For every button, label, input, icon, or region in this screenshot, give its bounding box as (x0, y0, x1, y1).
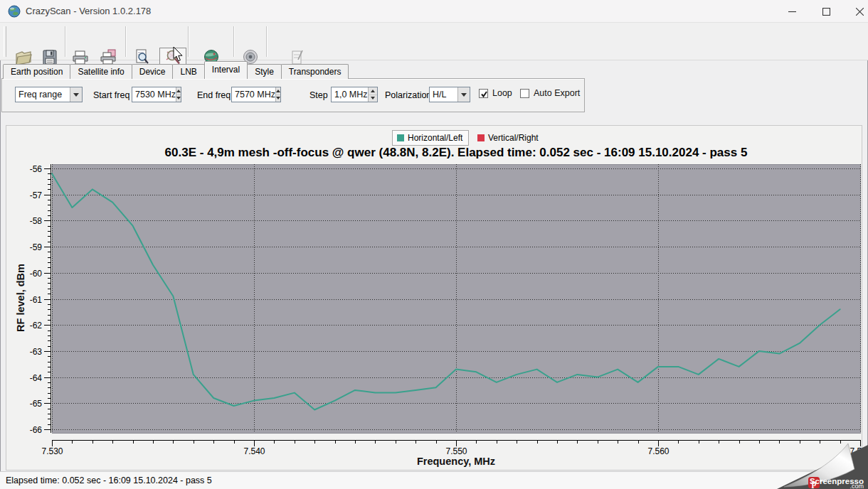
svg-text:7.560: 7.560 (647, 446, 669, 456)
loop-checkbox-box[interactable] (479, 89, 488, 98)
tab-style[interactable]: Style (247, 64, 282, 79)
step-label: Step (309, 90, 328, 100)
interval-panel: Freq range Start freq 7530 MHz End freq … (1, 78, 585, 112)
polarization-value: H/L (430, 90, 457, 100)
chevron-down-icon (276, 97, 280, 100)
tab-transponders[interactable]: Transponders (281, 64, 349, 79)
tab-earth-position[interactable]: Earth position (3, 64, 70, 79)
svg-text:-66: -66 (30, 425, 43, 435)
svg-text:.com: .com (850, 483, 864, 489)
svg-text:-59: -59 (30, 242, 43, 252)
page-curl-icon: p Screenpresso .com (774, 444, 868, 489)
chevron-up-icon (276, 90, 280, 92)
loop-checkbox[interactable]: Loop (479, 88, 512, 98)
minimize-button[interactable] (776, 0, 808, 23)
step-value: 1,0 MHz (332, 87, 368, 102)
spinner-down[interactable] (276, 95, 280, 102)
svg-text:-60: -60 (30, 269, 43, 279)
toolbar-separator (188, 26, 189, 57)
chevron-down-icon (371, 97, 375, 100)
start-freq-value: 7530 MHz (132, 87, 176, 102)
toolbar-gripper[interactable] (4, 26, 6, 57)
toolbar-separator (266, 26, 268, 57)
tab-device[interactable]: Device (132, 64, 174, 79)
freq-range-value: Freq range (16, 90, 70, 100)
svg-text:-65: -65 (30, 399, 43, 409)
close-button[interactable] (843, 0, 868, 23)
title-bar: CrazyScan - Version 1.0.2.178 (0, 0, 868, 23)
chevron-up-icon (371, 90, 375, 92)
svg-text:-63: -63 (30, 347, 43, 357)
svg-text:-61: -61 (30, 295, 43, 305)
auto-export-checkbox[interactable]: Auto Export (520, 88, 580, 98)
spinner-up[interactable] (276, 87, 280, 95)
status-bar: Elapsed time: 0.052 sec - 16:09 15.10.20… (0, 471, 868, 489)
auto-export-label: Auto Export (534, 88, 580, 98)
end-freq-value: 7570 MHz (232, 87, 275, 102)
app-window: CrazyScan - Version 1.0.2.178 Load (0, 0, 868, 489)
chart-area: Horizontal/Left Vertical/Right 60.3E - 4… (6, 125, 862, 471)
auto-export-checkbox-box[interactable] (520, 89, 529, 98)
end-freq-label: End freq (197, 90, 231, 100)
svg-text:-56: -56 (30, 164, 43, 174)
freq-range-select[interactable]: Freq range (15, 87, 83, 102)
maximize-icon (822, 8, 830, 16)
toolbar-separator (233, 26, 235, 57)
dropdown-button[interactable] (457, 87, 470, 102)
svg-text:7.530: 7.530 (41, 446, 63, 456)
close-icon (856, 8, 864, 16)
tab-satellite-info[interactable]: Satellite info (70, 64, 132, 79)
spinner-down[interactable] (176, 95, 181, 102)
chevron-down-icon (176, 97, 181, 100)
maximize-button[interactable] (810, 0, 842, 23)
check-icon (480, 90, 488, 98)
toolbar-separator (125, 26, 127, 57)
y-axis-title: RF level, dBm (15, 264, 26, 332)
spinner-up[interactable] (369, 87, 377, 95)
end-freq-input[interactable]: 7570 MHz (231, 87, 281, 102)
app-globe-icon (8, 5, 21, 18)
chevron-down-icon (461, 93, 467, 97)
screenpresso-watermark: p Screenpresso .com (774, 444, 868, 489)
start-freq-stepper[interactable] (176, 87, 181, 102)
svg-text:-57: -57 (30, 190, 43, 200)
spinner-up[interactable] (176, 87, 181, 95)
svg-text:-58: -58 (30, 216, 43, 226)
tab-lnb[interactable]: LNB (172, 64, 204, 79)
polarization-select[interactable]: H/L (429, 87, 470, 102)
window-title: CrazyScan - Version 1.0.2.178 (26, 6, 151, 16)
dropdown-button[interactable] (70, 87, 82, 102)
mouse-cursor-icon (173, 47, 184, 63)
svg-text:-64: -64 (30, 373, 43, 383)
spinner-down[interactable] (369, 95, 377, 102)
chevron-down-icon (73, 93, 79, 97)
toolbar: Load Save Print (0, 23, 868, 60)
minimize-icon (788, 8, 796, 16)
start-freq-label: Start freq (93, 90, 129, 100)
svg-text:7.540: 7.540 (243, 446, 265, 456)
svg-text:7.550: 7.550 (445, 446, 467, 456)
loop-label: Loop (492, 88, 512, 98)
tab-strip: Earth position Satellite info Device LNB… (3, 63, 348, 79)
end-freq-stepper[interactable] (275, 87, 280, 102)
polarization-label: Polarization (385, 90, 431, 100)
tab-interval[interactable]: Interval (204, 61, 248, 79)
toolbar-separator (65, 26, 66, 57)
chevron-up-icon (176, 90, 181, 92)
x-axis-title: Frequency, MHz (52, 456, 860, 467)
svg-text:-62: -62 (30, 321, 43, 331)
step-input[interactable]: 1,0 MHz (331, 87, 378, 102)
chart-plot[interactable]: -56-57-58-59-60-61-62-63-64-65-667.5307.… (6, 126, 862, 471)
step-stepper[interactable] (368, 87, 377, 102)
start-freq-input[interactable]: 7530 MHz (132, 87, 181, 102)
status-text: Elapsed time: 0.052 sec - 16:09 15.10.20… (6, 475, 212, 485)
